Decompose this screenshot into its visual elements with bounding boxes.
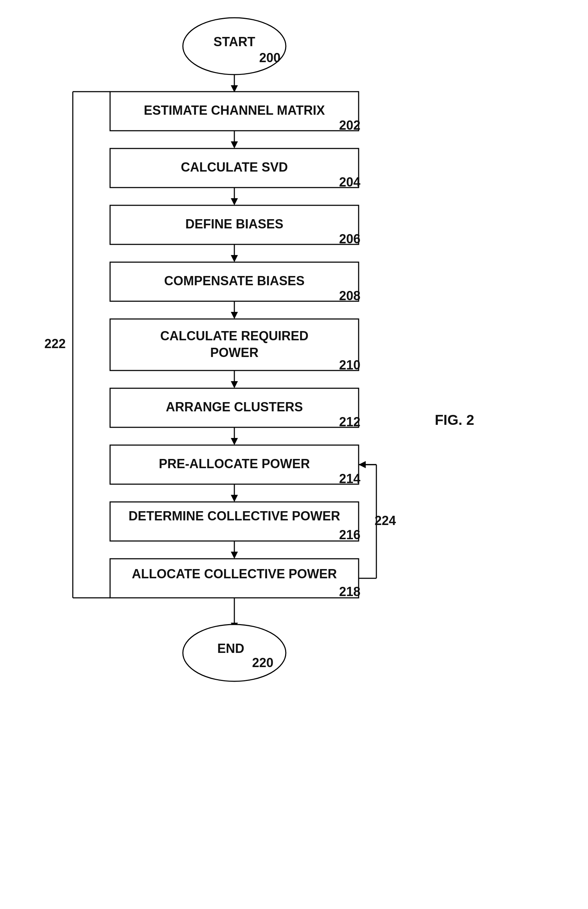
node-210-number: 210: [339, 358, 360, 372]
node-212-label: ARRANGE CLUSTERS: [166, 400, 303, 414]
svg-marker-15: [231, 495, 238, 502]
start-number: 200: [259, 50, 281, 65]
label-224: 224: [375, 513, 396, 528]
node-216-number: 216: [339, 527, 360, 542]
svg-marker-27: [359, 461, 366, 468]
node-210-label-line2: POWER: [210, 345, 258, 360]
svg-marker-3: [231, 141, 238, 149]
node-210-label-line1: CALCULATE REQUIRED: [160, 328, 308, 343]
svg-marker-13: [231, 438, 238, 445]
node-214-number: 214: [339, 471, 360, 486]
start-label: START: [213, 34, 255, 49]
node-212-number: 212: [339, 414, 360, 429]
end-label: END: [217, 641, 244, 656]
svg-marker-11: [231, 381, 238, 388]
svg-marker-5: [231, 198, 238, 205]
fig-label: FIG. 2: [435, 412, 474, 428]
node-214-label: PRE-ALLOCATE POWER: [159, 456, 310, 471]
node-210: [110, 319, 359, 370]
node-204-label: CALCULATE SVD: [181, 160, 288, 175]
svg-marker-7: [231, 255, 238, 262]
svg-marker-17: [231, 552, 238, 559]
node-206-number: 206: [339, 231, 360, 246]
node-216-label: DETERMINE COLLECTIVE POWER: [129, 509, 340, 523]
node-218-number: 218: [339, 584, 360, 599]
node-218-label: ALLOCATE COLLECTIVE POWER: [132, 566, 337, 581]
end-number: 220: [252, 655, 273, 670]
label-222: 222: [44, 336, 66, 351]
node-202-number: 202: [339, 118, 360, 133]
node-208-label: COMPENSATE BIASES: [164, 273, 304, 288]
diagram-container: START 200 ESTIMATE CHANNEL MATRIX 202 CA…: [0, 0, 588, 909]
svg-marker-9: [231, 312, 238, 319]
node-204-number: 204: [339, 175, 360, 189]
node-206-label: DEFINE BIASES: [185, 217, 283, 231]
node-208-number: 208: [339, 288, 360, 303]
node-202-label: ESTIMATE CHANNEL MATRIX: [144, 103, 325, 118]
